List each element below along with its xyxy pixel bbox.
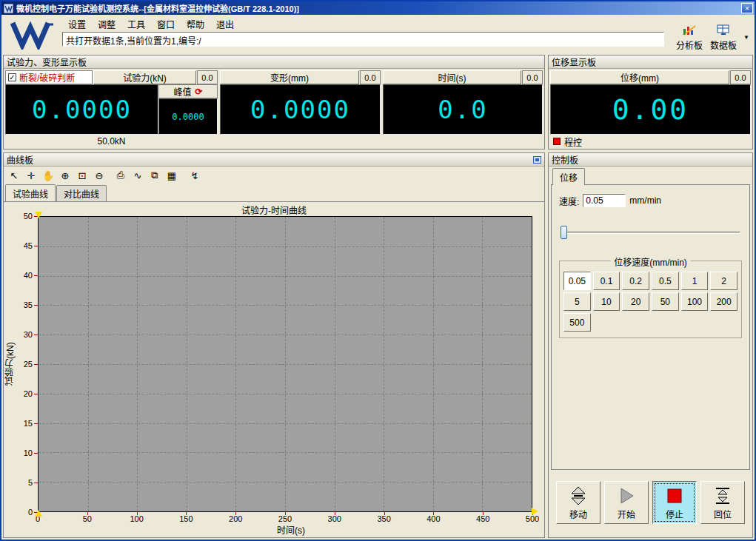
move-cross-icon[interactable]: ✛ [23,168,39,183]
speed-option-100[interactable]: 100 [681,292,709,311]
pan-hand-icon[interactable]: ✋ [40,168,56,183]
header-right: 分析板 数据板 ▼ [664,16,752,52]
displacement-panel-header: 位移显示板 [549,56,752,69]
start-button[interactable]: 开始 [604,481,649,524]
force-small-value: 0.0 [197,70,218,84]
move-button[interactable]: 移动 [556,481,601,524]
y-gridline [39,364,532,365]
checkbox-icon: ✓ [8,73,16,81]
peak-reset-icon[interactable]: ⟳ [195,87,202,97]
tab-displacement[interactable]: 位移 [552,168,585,185]
break-judge-checkbox[interactable]: ✓ 断裂/破碎判断 [5,70,93,84]
curve-panel-title: 曲线板 [7,153,533,166]
curve-panel: 曲线板 ↖✛✋⊕⊡⊖⎙∿⧉▦↯ 试验曲线对比曲线 试验力-时间曲线 试验力(kN… [3,152,545,538]
slider-thumb[interactable] [561,226,567,239]
y-tick-label: 15 [24,419,33,428]
speed-option-50[interactable]: 50 [652,292,679,311]
start-button-label: 开始 [618,508,635,520]
menu-item-4[interactable]: 帮助 [181,16,210,32]
speed-option-2[interactable]: 2 [710,272,737,290]
stop-button-label: 停止 [666,508,683,520]
curve-toolbar: ↖✛✋⊕⊡⊖⎙∿⧉▦↯ [4,167,544,184]
speed-unit-label: mm/min [629,195,661,206]
curve-options-icon[interactable]: ∿ [130,168,146,183]
displacement-header: 位移(mm) [550,70,729,84]
speed-option-200[interactable]: 200 [710,292,737,311]
print-icon[interactable]: ⎙ [113,168,129,183]
speed-option-20[interactable]: 20 [622,292,649,311]
force-header: 试验力(kN) [93,70,196,84]
speed-option-0.1[interactable]: 0.1 [593,272,620,290]
x-tick-mark [483,512,484,515]
y-tick-label: 10 [24,448,33,457]
x-tick-mark [384,512,385,515]
speed-option-1[interactable]: 1 [681,272,709,290]
control-panel: 控制板 位移 速度: mm/min [548,152,753,538]
x-ticks: 050100150200250300350400450500 [38,512,532,523]
menu-bar: 设置调整工具窗口帮助退出 [62,16,664,32]
control-panel-header: 控制板 [549,153,752,167]
zoom-out-icon[interactable]: ⊖ [91,168,107,183]
menu-item-2[interactable]: 工具 [121,16,151,32]
curve-tab-0[interactable]: 试验曲线 [5,184,56,201]
speed-input[interactable] [583,194,626,207]
signal-icon[interactable]: ↯ [187,168,203,183]
undock-panel-icon[interactable] [533,156,541,164]
x-tick-label: 100 [130,514,143,523]
dropdown-arrow-icon[interactable]: ▼ [741,34,752,51]
menu-item-0[interactable]: 设置 [62,16,92,32]
force-group: ✓ 断裂/破碎判断 试验力(kN) 0.0 0.0000 峰值 ⟳ [5,70,218,148]
speed-option-0.05[interactable]: 0.05 [563,272,591,290]
plot-area[interactable] [38,216,532,512]
header: 设置调整工具窗口帮助退出 共打开数据1条,当前位置为1,编号:/ 分析板 数据板… [1,15,755,53]
speed-option-5[interactable]: 5 [563,292,591,311]
x-tick-label: 500 [526,514,539,523]
data-panel-button[interactable]: 数据板 [707,24,740,51]
force-panel-header: 试验力、变形显示板 [4,56,544,69]
x-tick-mark [433,512,434,515]
x-tick-label: 450 [476,514,489,523]
y-tick-label: 35 [24,300,33,309]
zoom-window-icon[interactable]: ⊡ [74,168,90,183]
x-tick-label: 250 [278,514,292,523]
force-panel-body: ✓ 断裂/破碎判断 试验力(kN) 0.0 0.0000 峰值 ⟳ [4,69,544,149]
close-button[interactable]: × [741,3,753,13]
analysis-panel-button[interactable]: 分析板 [673,24,706,51]
select-cursor-icon[interactable]: ↖ [6,168,22,183]
data-table-icon[interactable]: ▦ [164,168,180,183]
data-label: 数据板 [710,38,737,51]
move-icon [569,485,588,506]
status-field[interactable]: 共打开数据1条,当前位置为1,编号:/ [62,32,664,47]
y-tick-label: 30 [24,330,33,339]
speed-option-10[interactable]: 10 [593,292,620,311]
stop-button[interactable]: 停止 [652,481,697,524]
y-gridline [39,335,532,335]
speed-option-500[interactable]: 500 [563,313,591,332]
return-button[interactable]: 回位 [700,481,745,524]
force-panel-title: 试验力、变形显示板 [7,56,541,68]
menu-item-1[interactable]: 调整 [92,16,121,32]
y-gridline [39,276,532,277]
app-icon [4,4,13,13]
curve-tab-1[interactable]: 对比曲线 [56,185,107,201]
x-tick-mark [87,512,88,515]
peak-label: 峰值 [173,85,191,98]
export-window-icon[interactable]: ⧉ [147,168,163,183]
speed-option-0.5[interactable]: 0.5 [652,272,679,290]
y-gridline [39,246,532,247]
x-tick-mark [137,512,138,515]
speed-label: 速度: [559,195,579,207]
control-panel-title: 控制板 [552,153,749,166]
zoom-in-icon[interactable]: ⊕ [57,168,73,183]
displacement-panel-title: 位移显示板 [552,56,749,68]
menu-item-3[interactable]: 窗口 [151,16,181,32]
time-header: 时间(s) [383,70,521,84]
y-tick-label: 40 [24,271,33,280]
time-display: 0.0 [383,84,543,135]
speed-option-0.2[interactable]: 0.2 [622,272,649,290]
x-tick-label: 200 [229,514,242,523]
y-tick-label: 0 [28,508,33,517]
speed-slider[interactable] [559,225,742,240]
time-group: 时间(s) 0.0 0.0 [383,70,543,148]
menu-item-5[interactable]: 退出 [210,16,240,32]
